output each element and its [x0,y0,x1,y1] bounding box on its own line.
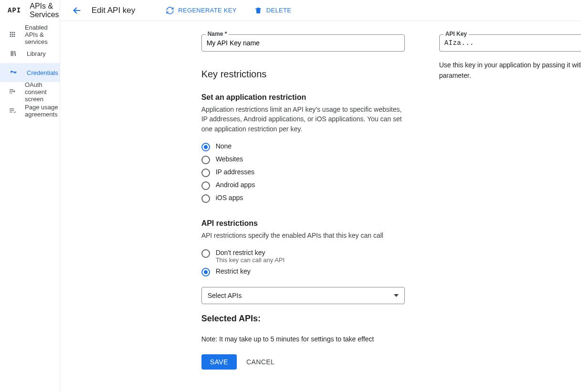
delete-label: DELETE [266,7,291,14]
api-key-field-container: API Key AIza... [439,34,581,52]
api-restrictions-desc: API restrictions specify the enabled API… [201,231,402,240]
sidebar-header: API APIs & Services [0,0,60,21]
chevron-down-icon [394,294,399,297]
radio-sublabel: This key can call any API [216,256,285,264]
right-column: API Key AIza... Use this key in your app… [439,34,581,80]
radio-label: Don't restrict key [216,249,285,256]
library-icon [9,50,18,57]
radio-icon [201,194,210,203]
app-restriction-desc: Application restrictions limit an API ke… [201,105,402,134]
api-key-value: AIza... [444,39,581,47]
radio-icon [201,143,210,151]
radio-label: Android apps [216,181,255,189]
nav-label: Page usage agreements [25,104,60,118]
help-suffix: parameter. [439,72,471,79]
content: Name * Key restrictions Set an applicati… [60,21,581,389]
sidebar-item-page-usage[interactable]: Page usage agreements [0,101,60,120]
sidebar-item-credentials[interactable]: Credentials [0,63,60,82]
nav-label: Library [27,50,46,57]
sidebar-item-oauth-consent[interactable]: OAuth consent screen [0,82,60,101]
nav-label: OAuth consent screen [25,81,60,103]
app-restriction-radios: None Websites IP addresses Android apps [201,142,405,203]
sidebar-nav: Enabled APIs & services Library Credenti… [0,21,60,120]
radio-icon [201,181,210,190]
trash-icon [254,6,263,15]
main: Edit API key REGENERATE KEY DELETE Name … [60,0,581,392]
app-restriction-heading: Set an application restriction [201,93,405,102]
api-key-help: Use this key in your application by pass… [439,60,581,80]
cancel-button[interactable]: CANCEL [246,358,275,366]
settings-delay-note: Note: It may take up to 5 minutes for se… [201,335,405,343]
form-actions: SAVE CANCEL [201,354,405,370]
key-restrictions-heading: Key restrictions [201,69,405,80]
nav-label: Enabled APIs & services [25,24,60,45]
api-key-label: API Key [444,31,469,37]
radio-websites[interactable]: Websites [201,155,405,164]
svg-point-0 [11,72,12,73]
radio-icon [201,169,210,177]
radio-label: None [216,142,232,150]
sidebar-item-library[interactable]: Library [0,44,60,63]
key-icon [9,69,18,76]
api-logo: API [8,7,21,14]
consent-icon [9,88,16,95]
radio-android-apps[interactable]: Android apps [201,181,405,190]
sidebar-item-enabled-apis[interactable]: Enabled APIs & services [0,25,60,44]
save-button[interactable]: SAVE [201,354,237,370]
sidebar: API APIs & Services Enabled APIs & servi… [0,0,60,392]
delete-button[interactable]: DELETE [250,3,295,18]
radio-restrict-key[interactable]: Restrict key [201,267,405,276]
help-prefix: Use this key in your application by pass… [439,61,581,69]
selected-apis-heading: Selected APIs: [201,314,405,324]
api-restrictions-heading: API restrictions [201,219,405,228]
product-title: APIs & Services [30,2,59,19]
regenerate-key-button[interactable]: REGENERATE KEY [162,3,240,18]
radio-ip-addresses[interactable]: IP addresses [201,168,405,177]
radio-dont-restrict[interactable]: Don't restrict key This key can call any… [201,249,405,264]
page-title: Edit API key [92,6,136,15]
topbar: Edit API key REGENERATE KEY DELETE [60,0,581,21]
nav-label: Credentials [27,69,58,76]
radio-label: IP addresses [216,168,254,176]
refresh-icon [166,6,174,15]
back-button[interactable] [72,5,82,16]
agreement-icon [9,107,16,115]
name-label: Name * [206,31,229,37]
left-column: Name * Key restrictions Set an applicati… [201,34,405,370]
regenerate-label: REGENERATE KEY [178,7,236,14]
radio-none[interactable]: None [201,142,405,151]
radio-label: iOS apps [216,194,243,201]
grid-icon [9,31,16,38]
api-restriction-radios: Don't restrict key This key can call any… [201,249,405,276]
name-field-container: Name * [201,34,405,52]
radio-ios-apps[interactable]: iOS apps [201,194,405,203]
select-placeholder: Select APIs [208,292,242,299]
radio-icon [201,268,210,276]
radio-label: Restrict key [216,267,251,275]
radio-icon [201,249,210,258]
select-apis-dropdown[interactable]: Select APIs [201,287,405,304]
radio-label: Websites [216,155,243,163]
radio-icon [201,156,210,164]
name-input[interactable] [207,39,400,47]
